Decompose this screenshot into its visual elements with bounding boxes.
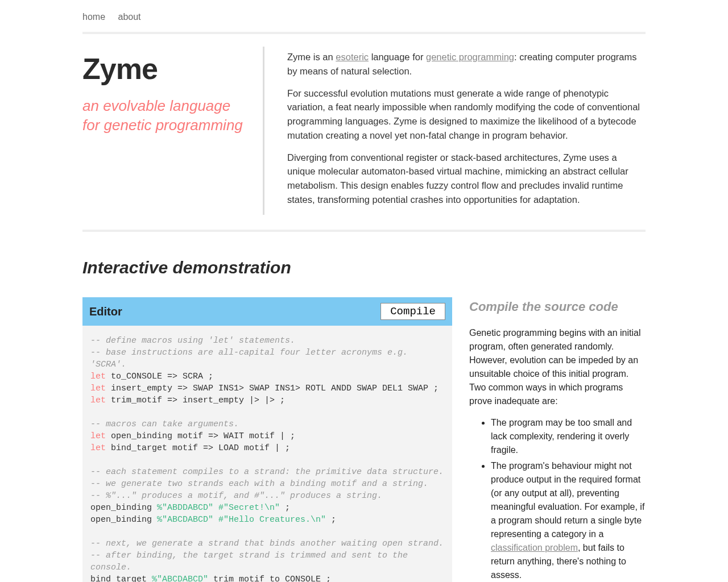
side-p1: Genetic programming begins with an initi… xyxy=(469,326,646,408)
editor-panel: Editor Compile -- define macros using 'l… xyxy=(82,297,452,583)
link-esoteric[interactable]: esoteric xyxy=(336,52,369,62)
intro-p2: For successful evolution mutations must … xyxy=(287,86,646,143)
nav-home[interactable]: home xyxy=(82,12,105,22)
top-nav: home about xyxy=(82,0,646,32)
code-editor[interactable]: -- define macros using 'let' statements.… xyxy=(82,326,452,583)
page-title: Zyme xyxy=(82,47,246,91)
divider xyxy=(82,230,646,232)
intro-p1: Zyme is an esoteric language for genetic… xyxy=(287,50,646,78)
side-title: Compile the source code xyxy=(469,297,646,316)
link-classification-problem[interactable]: classification problem xyxy=(491,543,578,552)
intro-p3: Diverging from conventional register or … xyxy=(287,151,646,207)
editor-label: Editor xyxy=(89,303,122,320)
demo-heading: Interactive demonstration xyxy=(82,255,646,280)
side-li1: The program may be too small and lack co… xyxy=(491,416,646,457)
side-li2: The program's behaviour might not produc… xyxy=(491,459,646,582)
compile-button[interactable]: Compile xyxy=(380,303,445,320)
page-subtitle: an evolvable language for genetic progra… xyxy=(82,97,246,135)
header-section: Zyme an evolvable language for genetic p… xyxy=(82,34,646,230)
nav-about[interactable]: about xyxy=(118,12,140,22)
side-explanation: Compile the source code Genetic programm… xyxy=(469,297,646,583)
link-genetic-programming[interactable]: genetic programming xyxy=(426,52,514,62)
